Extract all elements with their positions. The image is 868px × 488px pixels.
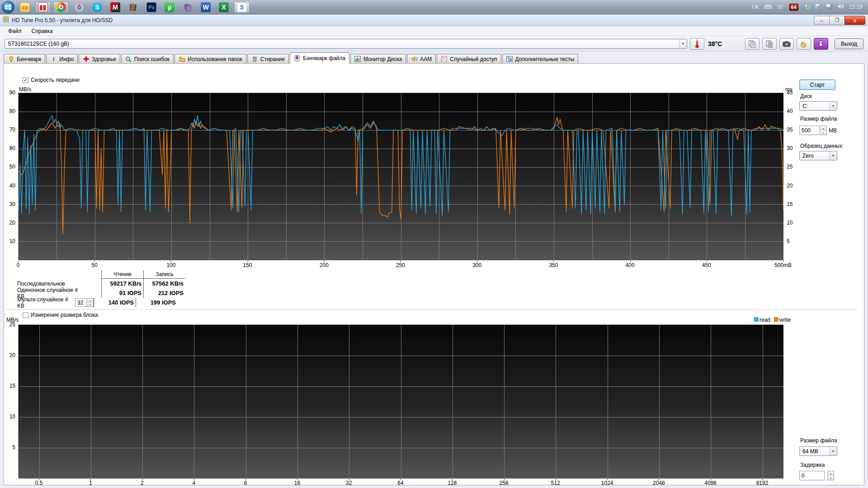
tray-clock[interactable]: 15:19 (849, 4, 863, 10)
axis-tick-label: 35 (787, 127, 800, 133)
usb-icon[interactable] (803, 3, 810, 11)
taskbar-chrome[interactable] (53, 1, 69, 13)
transfer-speed-checkbox[interactable]: ✓ (23, 77, 28, 83)
scatter-icon (441, 56, 448, 62)
axis-tick-label: 100 (162, 262, 180, 268)
tray-language[interactable]: UK (752, 4, 760, 10)
tab-random-access[interactable]: Случайный доступ (437, 54, 501, 64)
block-size-checkbox[interactable] (23, 312, 28, 318)
windows-start-button[interactable] (2, 1, 14, 14)
tab-error-scan[interactable]: Поиск ошибок (121, 54, 174, 64)
screenshot-button[interactable] (779, 38, 794, 50)
network-icon[interactable] (826, 3, 833, 11)
results-table: Чтение Запись Последовательное 59217 KB/… (14, 270, 185, 307)
axis-tick-mark (194, 479, 194, 480)
tab-folder-usage[interactable]: Использование папок (175, 54, 246, 64)
tab-health[interactable]: ✚Здоровье (79, 54, 120, 64)
tab-disk-monitor[interactable]: Монитор Диска (350, 54, 406, 64)
save-results-button[interactable] (814, 38, 828, 50)
taskbar-docs[interactable] (180, 1, 195, 13)
keyboard-icon[interactable] (764, 4, 772, 10)
temperature-button[interactable] (690, 38, 704, 50)
spin-down-icon[interactable]: ▼ (828, 476, 834, 480)
action-center-flag-icon[interactable] (815, 3, 821, 11)
drive-select-value: ST3160212SCE (160 gB) (5, 41, 679, 47)
file-size-arrows[interactable]: ▲▼ (820, 126, 827, 135)
disk-select[interactable]: C: ▼ (799, 101, 837, 111)
axis-tick-mark (401, 260, 401, 262)
section-separator (5, 309, 856, 310)
taskbar-library[interactable] (126, 1, 141, 13)
delay-input[interactable]: 0 (799, 471, 825, 480)
copy-image-button[interactable] (762, 38, 777, 50)
spin-down-icon[interactable]: ▼ (820, 131, 826, 135)
axis-tick-mark (349, 479, 349, 480)
tab-extra-tests[interactable]: Дополнительные тесты (502, 54, 578, 64)
tab-file-benchmark[interactable]: Бэнчмарк файла (290, 52, 349, 64)
axis-tick-mark (324, 260, 325, 262)
tab-info[interactable]: iИнфо (46, 54, 78, 64)
minimize-button[interactable]: – (814, 16, 829, 25)
delay-arrows[interactable]: ▲▼ (827, 471, 834, 480)
axis-tick-label: 200 (315, 262, 333, 268)
tor-onion-icon: ô (74, 2, 84, 12)
axis-tick-mark (297, 479, 297, 480)
axis-tick-label: 450 (698, 262, 716, 268)
menu-file[interactable]: Файл (4, 27, 26, 35)
axis-tick-label: 2048 (647, 480, 670, 486)
menu-help[interactable]: Справка (27, 27, 57, 35)
write-swatch-icon (774, 317, 778, 322)
tray-badge-64[interactable]: 64 (789, 4, 798, 11)
options-button[interactable] (797, 38, 811, 50)
spin-up-icon[interactable]: ▲ (828, 471, 834, 476)
axis-tick-mark (94, 260, 95, 262)
block-size-checkbox-label: Измерение размера блока (31, 312, 98, 318)
queue-depth-arrows[interactable]: ▲▼ (87, 298, 94, 307)
exit-button[interactable]: Выход (835, 38, 863, 49)
taskbar-reader[interactable]: M (108, 1, 123, 13)
restore-button[interactable]: ❐ (829, 16, 844, 25)
start-button[interactable]: Старт (799, 80, 835, 90)
axis-tick-label: 350 (544, 262, 562, 268)
axis-tick-mark (659, 479, 659, 480)
tray-temperature[interactable]: 38° (777, 4, 785, 10)
window-controls: – ❐ x (814, 16, 865, 25)
thermometer-icon (695, 39, 699, 48)
spin-up-icon[interactable]: ▲ (87, 299, 93, 303)
table-row: Мульти случайное 4 KB 32 ▲▼ 140 IOPS 199… (14, 298, 185, 307)
taskbar-utorrent[interactable]: µ (162, 1, 177, 13)
file-size-input[interactable]: 500 (799, 126, 820, 135)
axis-tick-mark (171, 260, 171, 262)
close-button[interactable]: x (844, 16, 865, 25)
axis-tick-label: 25 (2, 321, 15, 328)
tab-benchmark[interactable]: Бенчмарк (4, 54, 45, 64)
spin-up-icon[interactable]: ▲ (820, 126, 826, 131)
taskbar-browser-s[interactable]: S (234, 1, 250, 13)
queue-depth-input[interactable]: 32 (75, 298, 87, 307)
taskbar-excel[interactable]: X (216, 1, 231, 13)
utorrent-icon: µ (165, 2, 175, 12)
taskbar-word[interactable]: W (198, 1, 213, 13)
camera-icon (783, 40, 791, 47)
spin-down-icon[interactable]: ▼ (87, 303, 93, 306)
tab-aam[interactable]: AAM (407, 54, 436, 64)
drive-select[interactable]: ST3160212SCE (160 gB) ▼ (5, 39, 687, 49)
menubar: Файл Справка (0, 26, 868, 36)
data-pattern-select[interactable]: Zero ▼ (799, 151, 837, 160)
axis-tick-mark (711, 479, 711, 480)
file-size2-select[interactable]: 64 MB ▼ (799, 446, 837, 456)
taskbar-tor[interactable]: ô (71, 1, 87, 13)
chevron-down-icon: ▼ (679, 39, 687, 48)
taskbar-media-player[interactable]: ▮▮ (35, 1, 51, 13)
volume-icon[interactable] (837, 3, 844, 11)
copy-text-button[interactable] (745, 38, 760, 50)
block-size-checkbox-row: Измерение размера блока (23, 312, 98, 318)
taskbar-explorer[interactable]: ▭ (17, 1, 33, 13)
taskbar-skype[interactable]: S (90, 1, 105, 13)
tab-erase[interactable]: Стирание (247, 54, 289, 64)
axis-tick-label: 90 (2, 89, 15, 96)
axis-tick-label: 0 (9, 262, 27, 268)
axis-tick-mark (39, 479, 39, 480)
taskbar-photoshop[interactable]: Ps (144, 1, 159, 13)
queue-depth-spinner: 32 ▲▼ (75, 298, 94, 307)
